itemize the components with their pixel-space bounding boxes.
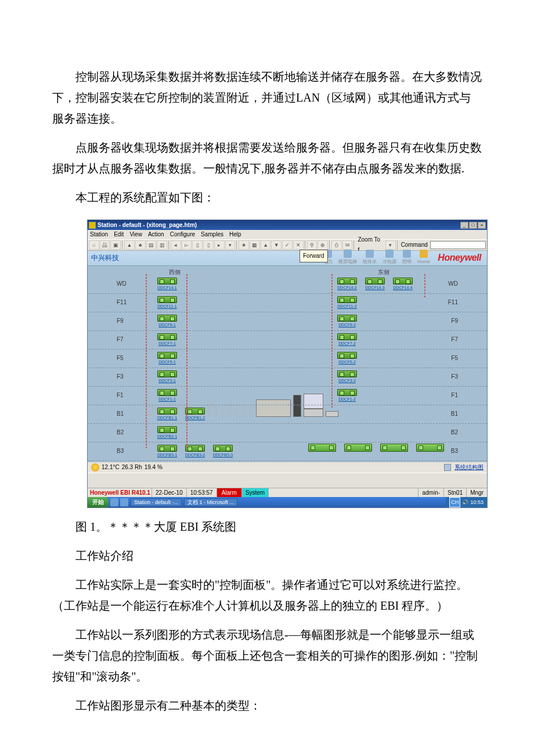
tool-search-icon[interactable]: ⚲ xyxy=(307,240,317,250)
windows-taskbar[interactable]: 开始 Station - default -... 文档 1 - Microso… xyxy=(88,497,487,507)
node-label[interactable]: DDCF9-1 xyxy=(155,322,179,329)
node-label[interactable]: DDCFB3-2 xyxy=(183,452,207,459)
nav-lighting[interactable]: 照明 xyxy=(400,250,414,266)
zoom-dropdown[interactable]: ▾ xyxy=(385,240,396,250)
tray-icon[interactable]: 🔊 xyxy=(462,498,468,507)
structure-link-icon[interactable] xyxy=(444,464,451,471)
tool-first-icon[interactable]: ◂ xyxy=(171,240,181,250)
node-label[interactable]: DDCF5-1 xyxy=(155,359,179,366)
ddc-node[interactable]: DDCFB1-2 xyxy=(185,408,206,420)
menu-help[interactable]: Help xyxy=(229,229,241,240)
node-label[interactable]: DDCF11-1 xyxy=(155,303,179,311)
tool-check-icon[interactable]: ✓ xyxy=(282,240,293,250)
taskbar-task-station[interactable]: Station - default -... xyxy=(131,498,182,506)
quicklaunch-icon[interactable] xyxy=(110,498,118,506)
menu-action[interactable]: Action xyxy=(148,229,164,240)
command-input[interactable] xyxy=(430,241,486,249)
quicklaunch-icon[interactable] xyxy=(120,498,128,506)
start-button[interactable]: 开始 xyxy=(88,497,109,507)
tool-user-icon[interactable]: ♣ xyxy=(135,240,146,250)
node-label[interactable]: DDCF3-1 xyxy=(155,377,179,385)
node-label[interactable]: DDCF1-1 xyxy=(155,396,179,404)
ddc-node[interactable]: DDCF5-1 xyxy=(157,352,178,365)
ddc-node[interactable]: DDCF11-1 xyxy=(157,296,178,309)
alarm-indicator[interactable]: Alarm xyxy=(217,488,241,497)
tool-page-icon[interactable]: ▥ xyxy=(157,240,167,250)
tool-doc-icon[interactable]: ▤ xyxy=(146,240,157,250)
ddc-node[interactable]: DDCFB3-2 xyxy=(185,445,206,458)
maximize-button[interactable]: □ xyxy=(469,222,477,229)
ddc-node[interactable]: DDCF1-2 xyxy=(337,389,358,402)
nav-elevator[interactable]: 楼层电梯 xyxy=(336,250,359,266)
minimize-button[interactable]: _ xyxy=(460,222,468,229)
ddc-node[interactable]: DDCF11-2 xyxy=(337,296,358,309)
ddc-node[interactable]: DDCF14-4 xyxy=(393,278,414,290)
node-label[interactable]: DDCF3-2 xyxy=(335,377,359,385)
ddc-node[interactable]: DDCFB2-1 xyxy=(157,426,178,439)
node-label[interactable]: DDCF14-3 xyxy=(363,285,387,292)
ddc-node[interactable]: DDCF9-1 xyxy=(157,315,178,327)
menu-configure[interactable]: Configure xyxy=(170,229,195,240)
node-label[interactable]: DDCF14-2 xyxy=(335,285,359,292)
tray-lang[interactable]: CH xyxy=(449,497,460,507)
ddc-node[interactable]: DDCF14-1 xyxy=(157,278,178,290)
tool-star-icon[interactable]: ★ xyxy=(239,240,249,250)
tool-down-icon[interactable]: ▼ xyxy=(271,240,282,250)
title-bar[interactable]: Station - default - (xitong_page.htm) _ … xyxy=(88,220,487,230)
tool-chart-icon[interactable]: ▣ xyxy=(110,240,121,250)
system-tray[interactable]: CH 🔊 10:53 xyxy=(446,497,487,507)
tool-drop-icon[interactable]: ▾ xyxy=(225,240,236,250)
ddc-node[interactable]: DDCF9-2 xyxy=(337,315,358,327)
ddc-node[interactable]: DDCF7-2 xyxy=(337,333,358,346)
large-controller[interactable] xyxy=(344,444,365,456)
toolbar[interactable]: ⌂ 品 ▣ ▲ ♣ ▤ ▥ ◂ ▻ ▯ ▯ ▸ ▾ ★ ▦ ▲ ▼ ✓ ✕ ⚲ … xyxy=(88,239,487,251)
menu-view[interactable]: View xyxy=(129,229,142,240)
large-controller[interactable] xyxy=(308,444,329,456)
ddc-node[interactable]: DDCF5-2 xyxy=(337,352,358,365)
node-label[interactable]: DDCFB3-3 xyxy=(211,452,235,459)
ddc-node[interactable]: DDCF3-1 xyxy=(157,370,178,383)
menu-station[interactable]: Station xyxy=(90,229,108,240)
ddc-node[interactable]: DDCF14-3 xyxy=(365,278,386,290)
large-controller[interactable] xyxy=(380,444,401,456)
tool-zoom-icon[interactable]: ⊕ xyxy=(317,240,328,250)
tool-x-icon[interactable]: ✕ xyxy=(293,240,304,250)
ddc-node[interactable]: DDCFB3-3 xyxy=(213,445,234,458)
tool-fwd-icon[interactable]: ▯ xyxy=(203,240,214,250)
menu-samples[interactable]: Samples xyxy=(201,229,223,240)
close-button[interactable]: × xyxy=(478,222,486,229)
node-label[interactable]: DDCFB1-1 xyxy=(155,415,179,422)
tool-bell-icon[interactable]: ▲ xyxy=(124,240,135,250)
node-label[interactable]: DDCF14-4 xyxy=(391,285,415,292)
tool-up-icon[interactable]: ▲ xyxy=(261,240,271,250)
tool-prev-icon[interactable]: ▻ xyxy=(182,240,192,250)
tool-print-icon[interactable]: ⎙ xyxy=(331,240,342,250)
taskbar-task-word[interactable]: 文档 1 - Microsoft ... xyxy=(184,498,237,506)
node-label[interactable]: DDCF1-2 xyxy=(335,396,359,404)
node-label[interactable]: DDCF9-2 xyxy=(335,322,359,329)
tool-back-icon[interactable]: ▯ xyxy=(192,240,203,250)
node-label[interactable]: DDCF5-2 xyxy=(335,359,359,366)
nav-home[interactable]: Home xyxy=(415,250,432,266)
ddc-node[interactable]: DDCFB1-1 xyxy=(157,408,178,420)
tool-grid-icon[interactable]: ▦ xyxy=(250,240,260,250)
system-indicator[interactable]: System xyxy=(241,488,268,497)
ddc-node[interactable]: DDCF1-1 xyxy=(157,389,178,402)
tool-next-icon[interactable]: ▸ xyxy=(214,240,225,250)
node-label[interactable]: DDCF11-2 xyxy=(335,303,359,311)
menu-edit[interactable]: Edit xyxy=(114,229,124,240)
tool-mail-icon[interactable]: ✉ xyxy=(342,240,353,250)
structure-link[interactable]: 系统结构图 xyxy=(454,462,484,473)
node-label[interactable]: DDCFB3-1 xyxy=(155,452,179,459)
nav-water[interactable]: 给排水 xyxy=(360,250,379,266)
node-label[interactable]: DDCFB2-1 xyxy=(155,433,179,441)
tool-tree-icon[interactable]: 品 xyxy=(100,240,110,250)
ddc-node[interactable]: DDCF3-2 xyxy=(337,370,358,383)
ddc-node[interactable]: DDCF14-2 xyxy=(337,278,358,290)
node-label[interactable]: DDCF7-1 xyxy=(155,340,179,348)
ddc-node[interactable]: DDCF7-1 xyxy=(157,333,178,346)
tool-home-icon[interactable]: ⌂ xyxy=(89,240,99,250)
nav-hvac[interactable]: 冷热源 xyxy=(380,250,399,266)
large-controller[interactable] xyxy=(416,444,437,456)
node-label[interactable]: DDCF7-2 xyxy=(335,340,359,348)
